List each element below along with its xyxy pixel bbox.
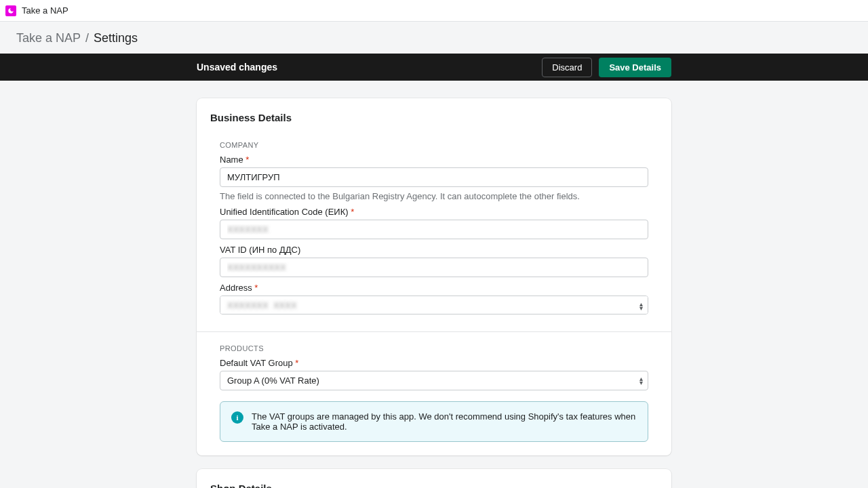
discard-button[interactable]: Discard <box>542 58 592 77</box>
card-title-business: Business Details <box>197 112 671 130</box>
products-section: Products Default VAT Group * Group A (0%… <box>197 331 671 442</box>
info-icon: i <box>231 411 243 424</box>
unsaved-changes-text: Unsaved changes <box>197 62 277 73</box>
contextual-save-bar: Unsaved changes Discard Save Details <box>0 54 868 81</box>
vat-id-label: VAT ID (ИН по ДДС) <box>220 245 648 255</box>
app-title: Take a NAP <box>22 5 68 16</box>
default-vat-label: Default VAT Group * <box>220 358 648 368</box>
address-input[interactable]: XXXXXXX XXXX <box>220 296 648 314</box>
breadcrumb-leaf: Settings <box>94 31 138 45</box>
breadcrumb: Take a NAP / Settings <box>0 22 868 54</box>
address-label: Address * <box>220 283 648 293</box>
company-section: Company Name * The field is connected to… <box>197 130 671 317</box>
breadcrumb-root[interactable]: Take a NAP <box>16 31 81 45</box>
info-banner: i The VAT groups are managed by this app… <box>220 401 648 442</box>
uic-label: Unified Identification Code (ЕИК) * <box>220 207 648 217</box>
company-subtitle: Company <box>220 141 648 149</box>
breadcrumb-separator: / <box>81 31 94 45</box>
products-subtitle: Products <box>220 344 648 352</box>
name-helptext: The field is connected to the Bulgarian … <box>220 191 648 201</box>
name-label: Name * <box>220 155 648 165</box>
card-title-shop: Shop Details <box>197 483 671 488</box>
uic-input[interactable] <box>220 220 648 239</box>
shop-details-card: Shop Details Shop Unique Number * <box>197 469 671 488</box>
app-logo-icon <box>5 5 16 16</box>
vat-id-input[interactable] <box>220 258 648 277</box>
info-banner-text: The VAT groups are managed by this app. … <box>252 411 637 432</box>
top-app-bar: Take a NAP <box>0 0 868 22</box>
company-name-input[interactable] <box>220 167 648 187</box>
save-button[interactable]: Save Details <box>599 58 671 77</box>
business-details-card: Business Details Company Name * The fiel… <box>197 98 671 455</box>
default-vat-select[interactable]: Group A (0% VAT Rate) <box>220 371 648 390</box>
